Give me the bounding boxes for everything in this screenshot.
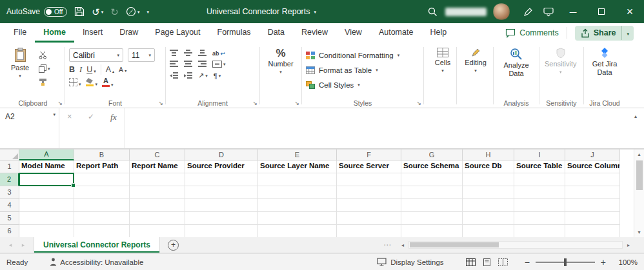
autosave-switch-icon[interactable]: Off xyxy=(44,7,67,17)
conditional-formatting-button[interactable]: Conditional Formatting▾ xyxy=(306,48,399,62)
sheet-tab-active[interactable]: Universal Connector Reports xyxy=(34,237,160,253)
cell[interactable] xyxy=(514,225,565,237)
tab-automate[interactable]: Automate xyxy=(370,23,422,43)
title-chevron-icon[interactable]: ▾ xyxy=(314,10,316,14)
analyze-data-button[interactable]: Analyze Data xyxy=(498,46,535,97)
row-header-6[interactable]: 6 xyxy=(0,225,19,237)
styles-dialog-launcher-icon[interactable]: ↘ xyxy=(416,101,421,106)
autosave-toggle[interactable]: AutoSave Off xyxy=(6,7,67,17)
tab-insert[interactable]: Insert xyxy=(74,23,111,43)
scroll-up-icon[interactable]: ▴ xyxy=(638,149,640,159)
number-dialog-launcher-icon[interactable]: ↘ xyxy=(294,101,299,106)
tab-formulas[interactable]: Formulas xyxy=(209,23,259,43)
add-sheet-button[interactable]: + xyxy=(168,240,179,251)
cell[interactable] xyxy=(258,186,337,199)
font-color-chevron-icon[interactable]: ▾ xyxy=(111,82,114,87)
ribbon-display-options-icon[interactable] xyxy=(538,7,559,17)
cell-styles-button[interactable]: Cell Styles▾ xyxy=(306,78,399,92)
tab-resize-grip[interactable]: ⋯ xyxy=(383,240,392,249)
cell[interactable] xyxy=(130,212,185,225)
format-painter-button[interactable] xyxy=(39,77,50,86)
name-box[interactable]: A2 ▾ xyxy=(0,108,59,148)
scroll-down-icon[interactable]: ▾ xyxy=(638,227,640,237)
row-header-3[interactable]: 3 xyxy=(0,186,19,199)
insert-function-icon[interactable]: fx xyxy=(110,112,117,122)
undo-button[interactable]: ↺▾ xyxy=(92,7,103,17)
qat-more-button[interactable]: ▾ xyxy=(146,10,149,14)
font-color-button[interactable]: A▾ xyxy=(102,77,114,87)
cell-A2-selected[interactable] xyxy=(19,173,74,186)
formula-bar-collapse-icon[interactable]: ▴ xyxy=(627,108,644,148)
row-header-1[interactable]: 1 xyxy=(0,160,19,173)
search-icon[interactable] xyxy=(422,6,443,17)
cell-E1[interactable]: Source Layer Name xyxy=(258,160,337,173)
row-header-5[interactable]: 5 xyxy=(0,212,19,225)
select-all-button[interactable] xyxy=(0,149,19,160)
cell[interactable] xyxy=(185,186,258,199)
cell[interactable] xyxy=(337,199,401,212)
fill-color-chevron-icon[interactable]: ▾ xyxy=(96,82,98,86)
align-top-button[interactable] xyxy=(170,50,178,57)
tab-data[interactable]: Data xyxy=(259,23,293,43)
cell[interactable] xyxy=(337,225,401,237)
cell-D1[interactable]: Source Provider xyxy=(185,160,258,173)
number-chevron-icon[interactable]: ▾ xyxy=(279,70,282,74)
align-middle-button[interactable] xyxy=(184,50,192,57)
column-header-E[interactable]: E xyxy=(258,149,337,160)
cell[interactable] xyxy=(565,212,620,225)
underline-button[interactable]: U▾ xyxy=(86,66,96,74)
cell[interactable] xyxy=(258,199,337,212)
text-direction-chevron-icon[interactable]: ▾ xyxy=(219,73,221,78)
zoom-slider[interactable] xyxy=(536,262,595,263)
column-header-F[interactable]: F xyxy=(337,149,401,160)
align-left-button[interactable] xyxy=(170,61,178,68)
font-name-select[interactable]: Calibri▾ xyxy=(69,48,123,62)
tab-draw[interactable]: Draw xyxy=(111,23,146,43)
save-button[interactable] xyxy=(74,6,85,17)
tab-review[interactable]: Review xyxy=(293,23,336,43)
scroll-right-icon[interactable]: ▸ xyxy=(623,242,634,248)
display-settings-button[interactable]: Display Settings xyxy=(377,258,443,266)
view-normal-button[interactable] xyxy=(466,258,476,266)
comments-button[interactable]: Comments xyxy=(505,28,558,38)
increase-indent-button[interactable] xyxy=(184,72,192,79)
alignment-dialog-launcher-icon[interactable]: ↘ xyxy=(252,101,257,106)
cell[interactable] xyxy=(514,186,565,199)
orientation-chevron-icon[interactable]: ▾ xyxy=(205,73,208,78)
cells-chevron-icon[interactable]: ▾ xyxy=(441,68,444,73)
row-header-2[interactable]: 2 xyxy=(0,173,19,186)
cell[interactable] xyxy=(185,212,258,225)
cell[interactable] xyxy=(565,186,620,199)
column-header-J[interactable]: J xyxy=(565,149,620,160)
column-header-G[interactable]: G xyxy=(401,149,463,160)
cell[interactable] xyxy=(514,199,565,212)
cell[interactable] xyxy=(401,199,463,212)
column-header-I[interactable]: I xyxy=(514,149,565,160)
paste-chevron-icon[interactable]: ▾ xyxy=(19,73,21,78)
cancel-icon[interactable]: × xyxy=(67,112,72,121)
underline-chevron-icon[interactable]: ▾ xyxy=(94,69,96,73)
cells-button[interactable]: Cells ▾ xyxy=(428,46,458,97)
cell[interactable] xyxy=(74,173,130,186)
cell[interactable] xyxy=(463,199,514,212)
share-chevron-icon[interactable]: ▾ xyxy=(621,26,634,40)
accessibility-status[interactable]: Accessibility: Unavailable xyxy=(50,258,143,266)
zoom-in-button[interactable]: + xyxy=(601,258,606,267)
zoom-out-button[interactable]: − xyxy=(525,258,530,267)
cell[interactable] xyxy=(74,199,130,212)
cell[interactable] xyxy=(258,225,337,237)
ink-tool-chevron-icon[interactable]: ▾ xyxy=(137,10,140,14)
vertical-scrollbar-thumb[interactable] xyxy=(636,160,643,190)
ink-tool-button[interactable]: ▾ xyxy=(126,6,140,17)
cell[interactable] xyxy=(258,173,337,186)
borders-button[interactable]: ▾ xyxy=(69,78,81,86)
cell[interactable] xyxy=(401,186,463,199)
horizontal-scrollbar-thumb[interactable] xyxy=(410,242,499,247)
vertical-scrollbar[interactable]: ▴ ▾ xyxy=(634,149,644,237)
clipboard-dialog-launcher-icon[interactable]: ↘ xyxy=(57,101,63,106)
cell[interactable] xyxy=(74,186,130,199)
orientation-button[interactable]: ↗▾ xyxy=(198,72,208,80)
cell[interactable] xyxy=(514,212,565,225)
zoom-level[interactable]: 100% xyxy=(614,258,638,266)
cell[interactable] xyxy=(19,225,74,237)
